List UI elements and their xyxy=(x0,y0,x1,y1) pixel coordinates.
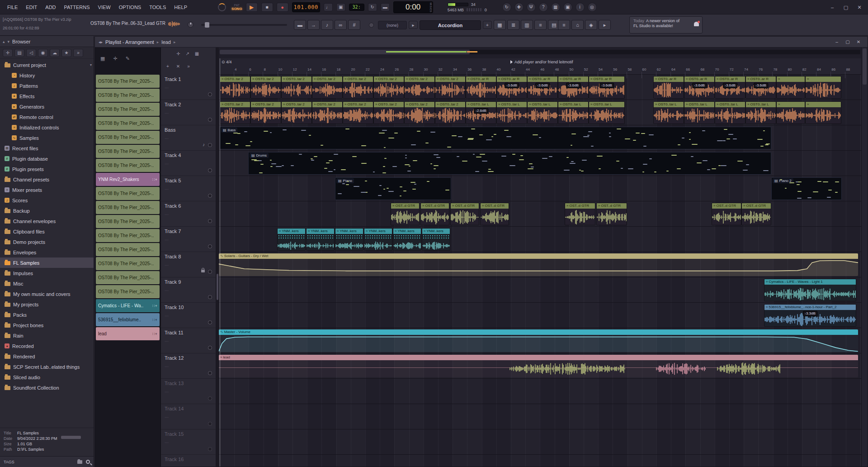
arm-record-dot[interactable] xyxy=(208,244,212,248)
playlist-lane-13[interactable] xyxy=(219,379,861,404)
track-options-icon[interactable]: ⋯ xyxy=(165,288,169,293)
clip-header[interactable]: »OST0..tar 2 xyxy=(220,76,250,82)
horizontal-scrollbar[interactable] xyxy=(220,50,860,54)
picker-item-ost08-by-the-pier-2025-[interactable]: OST08 By The Pier_2025-.. xyxy=(96,117,160,130)
tags-folder-icon[interactable] xyxy=(77,460,82,464)
menu-options[interactable]: OPTIONS xyxy=(115,3,145,12)
tree-item-project-bones[interactable]: Project bones xyxy=(0,320,94,330)
arm-record-dot[interactable] xyxy=(208,219,212,223)
playlist-lane-4[interactable]: ▤Drums xyxy=(219,151,861,176)
clip-header[interactable]: » xyxy=(806,76,841,82)
play-button[interactable]: ▶ xyxy=(246,3,258,12)
plugin-icon[interactable]: ⌂ xyxy=(571,20,584,30)
tree-item-rendered[interactable]: Rendered xyxy=(0,351,94,362)
clip-ost-d-gtr[interactable]: »OST..d GTR xyxy=(450,203,479,225)
link-icon[interactable]: ∞ xyxy=(335,20,347,30)
move-icon[interactable]: ✛ xyxy=(176,51,180,56)
track-options-icon[interactable]: ⋯ xyxy=(165,212,169,217)
browser-down-icon[interactable]: ▾ xyxy=(8,39,10,44)
clip-header[interactable]: »OST0..tar 2 xyxy=(251,76,281,82)
tree-item-sliced-audio[interactable]: Sliced audio xyxy=(0,372,94,382)
pattern-selector[interactable]: Accordion xyxy=(420,20,481,30)
playlist-maximize-icon[interactable]: ▢ xyxy=(842,39,853,44)
snap-selector[interactable]: (none) xyxy=(378,21,407,29)
audio-clip[interactable]: » xyxy=(776,76,805,99)
track-options-icon[interactable]: ⋯ xyxy=(165,86,169,90)
clip-ost0-tar-2[interactable]: »OST0..tar 2 xyxy=(435,101,466,124)
tree-item-my-projects[interactable]: My projects xyxy=(0,299,94,310)
clip-header[interactable]: »OST0..ar R xyxy=(684,76,714,82)
arm-record-dot[interactable] xyxy=(208,194,212,198)
track-header-12[interactable]: Track 12⋯ xyxy=(161,353,216,379)
track-header-13[interactable]: Track 13⋯ xyxy=(161,379,216,404)
playlist-lane-14[interactable] xyxy=(219,404,861,429)
clip-header[interactable]: »OST..d GTR xyxy=(597,203,627,209)
clip-ost0-ar-r[interactable]: »OST0..ar R-3.6dB xyxy=(745,76,776,99)
tree-item-plugin-database[interactable]: #Plugin database xyxy=(0,153,94,164)
vscroll-thumb[interactable] xyxy=(863,48,867,85)
clip-ost0-tar-2[interactable]: »OST0..tar 2 xyxy=(281,101,312,124)
clip-header[interactable]: »Cymatics - LIFE - Waves - Light 1 xyxy=(764,279,856,285)
track-options-icon[interactable]: ⋯ xyxy=(165,136,169,141)
clip-header[interactable]: »OST0..tar L xyxy=(684,102,714,107)
metronome-icon[interactable]: ♩ xyxy=(324,3,333,11)
picker-item-ost08-by-the-pier-2025-[interactable]: OST08 By The Pier_2025-.. xyxy=(96,215,160,228)
playlist-nav-icon[interactable]: ◂▸ xyxy=(99,40,103,44)
picker-item-ost08-by-the-pier-2025-[interactable]: OST08 By The Pier_2025-.. xyxy=(96,229,160,242)
track-options-icon[interactable]: ⋯ xyxy=(165,364,169,369)
clip-header[interactable]: »OST0..tar 2 xyxy=(374,102,404,107)
main-pitch-knob[interactable] xyxy=(188,22,193,28)
track-options-icon[interactable]: ⋯ xyxy=(165,111,169,115)
info-icon[interactable]: i xyxy=(576,3,585,12)
tree-item-clipboard-files[interactable]: Clipboard files xyxy=(0,226,94,237)
playlist-lane-3[interactable]: ▤Bass xyxy=(219,125,861,151)
clip-header[interactable]: »OST0..tar 2 xyxy=(343,102,373,107)
clip-header[interactable]: »OST..d GTR xyxy=(421,203,449,209)
vertical-scrollbar[interactable] xyxy=(861,48,868,467)
clip-bass[interactable]: ▤Bass xyxy=(220,127,771,149)
clip-ynm-kers[interactable]: »YNM..kers xyxy=(393,228,421,251)
clip-master-volume[interactable]: ∿Master - Volume xyxy=(219,329,858,352)
playlist-lane-12[interactable]: »lead xyxy=(219,353,861,379)
clip-header[interactable]: »OST0..tar 2 xyxy=(282,76,311,82)
tree-item-history[interactable]: ◔History xyxy=(0,70,94,81)
update-notice[interactable]: TodayA newer version of FL Studio is ava… xyxy=(629,16,703,33)
clip-header[interactable]: »OST..d GTR xyxy=(565,203,595,209)
clip-ost0-ar-r[interactable]: »OST0..ar R-3.6dB xyxy=(715,76,745,99)
song-marker[interactable]: Add player and/or friend leitmotif xyxy=(510,60,573,64)
cursor-icon[interactable]: ✛ xyxy=(3,49,13,57)
clip-ost0-ar-r[interactable]: »OST0..ar R xyxy=(466,76,496,99)
picker-item-ost08-by-the-pier-2025-[interactable]: OST08 By The Pier_2025-.. xyxy=(96,145,160,158)
clip-ost0-ar-r[interactable]: »OST0..ar R-3.6dB xyxy=(496,76,527,99)
timeline-ruler[interactable]: ⊙ 4/4 Add player and/or friend leitmotif… xyxy=(219,58,861,75)
clip-header[interactable]: »OST0..tar L xyxy=(528,102,557,107)
snap-arrow-icon[interactable]: ▸ xyxy=(409,21,418,29)
picker-item-ost08-by-the-pier-2025-[interactable]: OST08 By The Pier_2025-.. xyxy=(96,75,160,88)
picker-item-ost08-by-the-pier-2025-[interactable]: OST08 By The Pier_2025-.. xyxy=(96,201,160,214)
playlist-lane-2[interactable]: »OST0..tar 2»OST0..tar 2»OST0..tar 2»OST… xyxy=(219,100,861,125)
clip-ynm-kers[interactable]: »YNM..kers xyxy=(277,228,306,251)
picker-item-ost08-by-the-pier-2025-[interactable]: OST08 By The Pier_2025-.. xyxy=(96,271,160,284)
clip-header[interactable]: »OST0..tar L xyxy=(558,102,588,107)
track-header-3[interactable]: Bass⋯♪ xyxy=(161,125,216,151)
playlist-icon[interactable]: ▦ xyxy=(494,20,506,30)
more-icon[interactable]: ▸ xyxy=(599,20,611,30)
clip-header[interactable]: »OST0..tar 2 xyxy=(435,102,465,107)
tree-item-generators[interactable]: ▸Generators xyxy=(0,101,94,112)
track-options-icon[interactable]: ⋯ xyxy=(165,238,169,242)
clip-header[interactable]: »OST0..tar L xyxy=(715,102,745,107)
pencil-icon[interactable]: ✎ xyxy=(126,56,130,62)
sync-icon[interactable]: ↻ xyxy=(502,3,511,12)
speaker-icon[interactable]: ◁ xyxy=(26,49,36,57)
clip-ynm-kers[interactable]: »YNM..kers xyxy=(335,228,363,251)
clip-header[interactable]: »OST0..tar L xyxy=(654,102,684,107)
track-options-icon[interactable]: ⋯ xyxy=(165,415,169,419)
clip-ost-d-gtr[interactable]: »OST..d GTR xyxy=(741,203,771,225)
tools-icon[interactable]: ✚ xyxy=(514,3,524,12)
clip-header[interactable]: »lead xyxy=(219,355,858,360)
cloud-icon[interactable]: ☁ xyxy=(50,49,60,57)
clip-ost0-ar-r[interactable]: »OST0..ar R-3.6dB xyxy=(558,76,589,99)
playlist-lane-1[interactable]: »OST0..tar 2»OST0..tar 2»OST0..tar 2»OST… xyxy=(219,75,861,100)
clip-header[interactable]: »YNM..kers xyxy=(278,229,305,234)
tree-item-my-own-music-and-covers[interactable]: My own music and covers xyxy=(0,289,94,299)
